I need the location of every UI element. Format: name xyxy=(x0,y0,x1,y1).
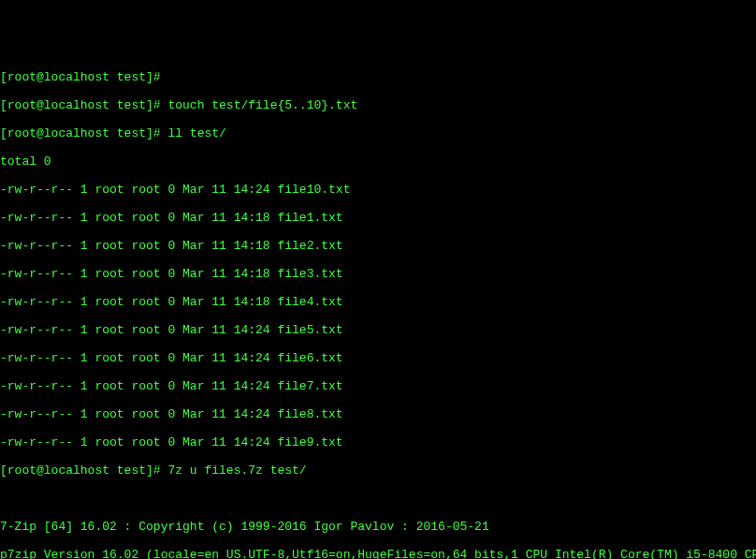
terminal-line: -rw-r--r-- 1 root root 0 Mar 11 14:18 fi… xyxy=(0,295,756,309)
terminal-line xyxy=(0,492,756,506)
terminal-line: -rw-r--r-- 1 root root 0 Mar 11 14:24 fi… xyxy=(0,379,756,393)
terminal-line: -rw-r--r-- 1 root root 0 Mar 11 14:24 fi… xyxy=(0,407,756,421)
terminal-line: -rw-r--r-- 1 root root 0 Mar 11 14:24 fi… xyxy=(0,351,756,365)
terminal-line: total 0 xyxy=(0,154,756,169)
terminal-line: -rw-r--r-- 1 root root 0 Mar 11 14:24 fi… xyxy=(0,435,756,449)
terminal-line: p7zip Version 16.02 (locale=en_US.UTF-8,… xyxy=(0,548,756,559)
terminal-line: -rw-r--r-- 1 root root 0 Mar 11 14:18 fi… xyxy=(0,239,756,253)
terminal-line: -rw-r--r-- 1 root root 0 Mar 11 14:18 fi… xyxy=(0,211,756,225)
terminal-line: 7-Zip [64] 16.02 : Copyright (c) 1999-20… xyxy=(0,520,756,534)
terminal-line: -rw-r--r-- 1 root root 0 Mar 11 14:18 fi… xyxy=(0,267,756,281)
terminal-line: -rw-r--r-- 1 root root 0 Mar 11 14:24 fi… xyxy=(0,323,756,337)
terminal-output[interactable]: [root@localhost test]# [root@localhost t… xyxy=(0,56,756,559)
terminal-line: [root@localhost test]# touch test/file{5… xyxy=(0,98,756,112)
terminal-line: [root@localhost test]# ll test/ xyxy=(0,126,756,140)
terminal-line: [root@localhost test]# 7z u files.7z tes… xyxy=(0,463,756,478)
terminal-line: -rw-r--r-- 1 root root 0 Mar 11 14:24 fi… xyxy=(0,183,756,197)
terminal-line: [root@localhost test]# xyxy=(0,70,756,84)
